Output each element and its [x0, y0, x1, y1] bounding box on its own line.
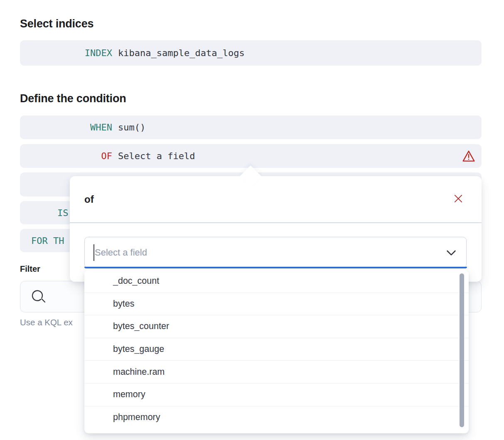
option-memory[interactable]: memory: [84, 383, 469, 406]
field-combobox[interactable]: Select a field: [84, 237, 467, 268]
popover-header: of: [70, 176, 482, 222]
field-options-list: _doc_count bytes bytes_counter bytes_gau…: [84, 270, 469, 429]
search-icon: [30, 288, 47, 305]
index-expression[interactable]: INDEX kibana_sample_data_logs: [20, 40, 482, 66]
of-keyword: OF: [20, 151, 112, 161]
define-condition-title: Define the condition: [20, 92, 126, 105]
popover-title: of: [84, 194, 94, 205]
popover-divider: [70, 222, 482, 223]
when-keyword: WHEN: [20, 122, 112, 133]
when-value: sum(): [118, 122, 145, 133]
option-bytes[interactable]: bytes: [84, 293, 469, 316]
of-value: Select a field: [118, 151, 195, 161]
is-keyword-visible: IS: [57, 208, 69, 218]
chevron-down-icon[interactable]: [445, 246, 458, 259]
rule-builder-page: Select indices INDEX kibana_sample_data_…: [0, 0, 504, 440]
option-bytes-counter[interactable]: bytes_counter: [84, 315, 469, 338]
combobox-placeholder: Select a field: [95, 247, 147, 258]
index-value: kibana_sample_data_logs: [118, 48, 245, 58]
option-doc-count[interactable]: _doc_count: [84, 270, 469, 293]
close-button[interactable]: [452, 193, 464, 204]
of-expression[interactable]: OF Select a field: [20, 144, 482, 168]
field-options-dropdown: _doc_count bytes bytes_counter bytes_gau…: [84, 270, 469, 433]
option-phpmemory[interactable]: phpmemory: [84, 406, 469, 429]
when-expression[interactable]: WHEN sum(): [20, 116, 482, 139]
option-bytes-gauge[interactable]: bytes_gauge: [84, 338, 469, 361]
dropdown-scrollbar-thumb[interactable]: [460, 273, 464, 427]
of-popover: of Select a field: [70, 176, 482, 282]
for-the-last-keyword-visible: FOR TH: [31, 236, 64, 246]
close-icon: [452, 199, 464, 206]
option-machine-ram[interactable]: machine.ram: [84, 361, 469, 383]
index-keyword: INDEX: [20, 48, 112, 58]
text-caret: [93, 244, 94, 261]
kql-help-text: Use a KQL ex: [20, 317, 73, 327]
select-indices-title: Select indices: [20, 17, 93, 30]
filter-label: Filter: [20, 264, 40, 274]
alert-triangle-icon: [462, 149, 476, 163]
